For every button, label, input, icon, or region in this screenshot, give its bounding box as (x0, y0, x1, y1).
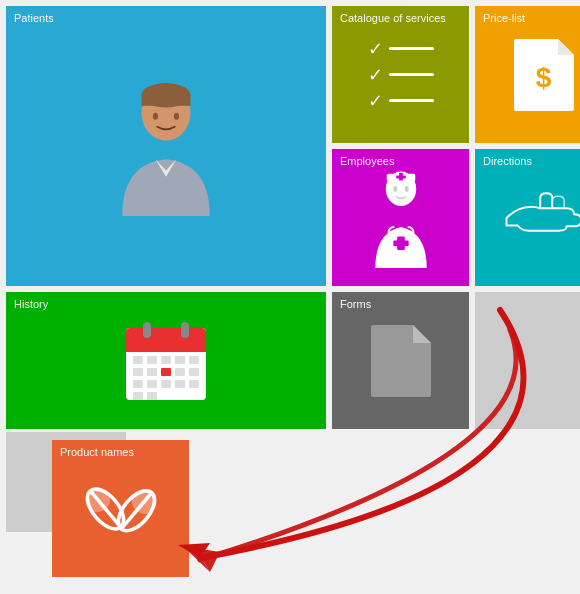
directions-icon (499, 188, 581, 248)
pricelist-tile[interactable]: Price-list $ (475, 6, 580, 143)
svg-rect-24 (175, 356, 185, 364)
svg-rect-20 (181, 322, 189, 338)
person-icon (96, 76, 236, 216)
forms-icon (371, 325, 431, 397)
svg-rect-36 (133, 392, 143, 400)
svg-rect-27 (147, 368, 157, 376)
svg-rect-33 (161, 380, 171, 388)
svg-rect-3 (142, 95, 191, 106)
svg-rect-32 (147, 380, 157, 388)
svg-rect-13 (393, 240, 408, 246)
svg-rect-34 (175, 380, 185, 388)
svg-rect-37 (147, 392, 157, 400)
svg-point-5 (174, 113, 179, 120)
svg-rect-26 (133, 368, 143, 376)
svg-rect-28 (161, 368, 171, 376)
catalogue-label: Catalogue of services (340, 12, 446, 24)
svg-rect-10 (396, 175, 406, 178)
history-tile[interactable]: History (6, 292, 326, 429)
svg-rect-21 (133, 356, 143, 364)
history-label: History (14, 298, 48, 310)
pills-icon (71, 469, 171, 549)
employees-tile[interactable]: Employees (332, 149, 469, 286)
directions-label: Directions (483, 155, 532, 167)
svg-rect-19 (143, 322, 151, 338)
svg-rect-18 (126, 344, 206, 352)
svg-rect-25 (189, 356, 199, 364)
svg-rect-31 (133, 380, 143, 388)
forms-label: Forms (340, 298, 371, 310)
pricelist-icon: $ (514, 39, 574, 111)
svg-rect-30 (189, 368, 199, 376)
patients-tile[interactable]: Patients (6, 6, 326, 286)
svg-rect-29 (175, 368, 185, 376)
empty-tile-1 (475, 292, 580, 429)
patients-label: Patients (14, 12, 54, 24)
directions-tile[interactable]: Directions (475, 149, 580, 286)
pricelist-label: Price-list (483, 12, 525, 24)
svg-point-4 (153, 113, 158, 120)
employees-label: Employees (340, 155, 394, 167)
svg-point-15 (404, 186, 408, 192)
svg-rect-22 (147, 356, 157, 364)
svg-rect-35 (189, 380, 199, 388)
product-names-label: Product names (60, 446, 134, 458)
product-names-tile[interactable]: Product names (52, 440, 189, 577)
calendar-icon (121, 316, 211, 406)
forms-tile[interactable]: Forms (332, 292, 469, 429)
nurse-icon (356, 168, 446, 268)
svg-point-14 (393, 186, 397, 192)
catalogue-tile[interactable]: Catalogue of services ✓ ✓ ✓ (332, 6, 469, 143)
checklist-icon: ✓ ✓ ✓ (368, 38, 434, 112)
svg-rect-23 (161, 356, 171, 364)
